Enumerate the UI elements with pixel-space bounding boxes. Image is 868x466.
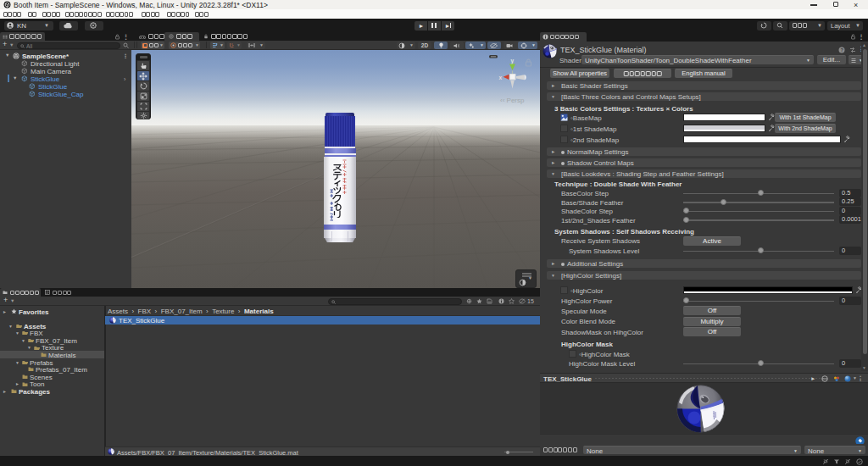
svg-text:y: y xyxy=(511,58,515,64)
svg-text:x: x xyxy=(499,75,503,80)
svg-text:‹‹ Persp: ‹‹ Persp xyxy=(500,97,525,104)
